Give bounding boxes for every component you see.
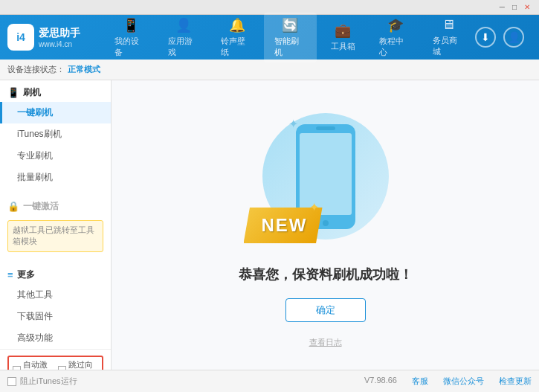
phone-illustration: NEW ✦ ✦ ✦ <box>251 102 400 251</box>
customer-service-link[interactable]: 客服 <box>412 376 428 387</box>
connection-status: 正常模式 <box>68 64 100 75</box>
footer-left: 阻止iTunes运行 <box>7 376 77 387</box>
lock-icon: 🔒 <box>7 201 19 212</box>
logo-icon: i4 <box>7 24 34 51</box>
itunes-label: 阻止iTunes运行 <box>20 376 77 387</box>
download-button[interactable]: ⬇ <box>475 27 496 48</box>
svg-rect-1 <box>300 133 352 215</box>
footer: 阻止iTunes运行 V7.98.66 客服 微信公众号 检查更新 <box>0 370 539 392</box>
star-icon: ✦ <box>309 200 319 214</box>
auto-guide-checkbox[interactable]: 跳过向导 <box>58 359 99 370</box>
sidebar-bottom: 自动激活 跳过向导 📱 iPhone 15 Pro Max 512GB iPho… <box>0 349 111 370</box>
sidebar-item-advanced[interactable]: 高级功能 <box>0 327 111 349</box>
toolbox-icon: 💼 <box>335 22 351 39</box>
footer-right: V7.98.66 客服 微信公众号 检查更新 <box>364 376 532 387</box>
check-update-link[interactable]: 检查更新 <box>499 376 532 387</box>
version-label: V7.98.66 <box>364 376 397 387</box>
breadcrumb: 设备连接状态： 正常模式 <box>0 60 539 80</box>
nav-tabs: 📱 我的设备 👤 应用游戏 🔔 铃声壁纸 🔄 智能刷机 💼 工具箱 🎓 教程中心… <box>104 13 475 62</box>
ringtone-icon: 🔔 <box>229 17 245 33</box>
footer-checkbox[interactable] <box>7 377 16 386</box>
main-layout: 📱 刷机 一键刷机 iTunes刷机 专业刷机 批量刷机 🔒 一键激活 越狱工具… <box>0 80 539 370</box>
nav-tab-service[interactable]: 🖥 务员商城 <box>422 13 476 62</box>
app-icon: 👤 <box>175 17 192 33</box>
window-close[interactable]: ✕ <box>521 1 533 13</box>
view-log-link[interactable]: 查看日志 <box>309 337 342 348</box>
sidebar-item-pro-flash[interactable]: 专业刷机 <box>0 145 111 167</box>
window-minimize[interactable]: ─ <box>497 1 508 13</box>
sidebar-section-more: ≡ 更多 <box>0 263 111 284</box>
nav-tab-app-game[interactable]: 👤 应用游戏 <box>158 13 211 62</box>
service-icon: 🖥 <box>442 17 455 33</box>
device-icon: 📱 <box>123 17 139 33</box>
activation-notice: 越狱工具已跳转至工具箱模块 <box>7 220 103 252</box>
sidebar-section-activation: 🔒 一键激活 <box>0 194 111 216</box>
flash-icon: 🔄 <box>282 17 298 33</box>
checkbox-icon-2 <box>58 366 66 370</box>
svg-point-3 <box>323 220 329 226</box>
sidebar-item-batch-flash[interactable]: 批量刷机 <box>0 167 111 188</box>
tutorial-icon: 🎓 <box>387 17 404 33</box>
content-area: NEW ✦ ✦ ✦ 恭喜您，保资料刷机成功啦！ 确定 查看日志 <box>112 80 539 370</box>
nav-tab-smart-flash[interactable]: 🔄 智能刷机 <box>264 13 317 62</box>
confirm-button[interactable]: 确定 <box>285 298 366 322</box>
sidebar: 📱 刷机 一键刷机 iTunes刷机 专业刷机 批量刷机 🔒 一键激活 越狱工具… <box>0 80 112 370</box>
nav-tab-my-device[interactable]: 📱 我的设备 <box>104 13 158 62</box>
user-button[interactable]: 👤 <box>503 27 524 48</box>
new-banner: NEW ✦ <box>244 208 323 243</box>
success-area: NEW ✦ ✦ ✦ 恭喜您，保资料刷机成功啦！ 确定 查看日志 <box>239 102 413 348</box>
header: i4 爱思助手 www.i4.cn 📱 我的设备 👤 应用游戏 🔔 铃声壁纸 🔄… <box>0 15 539 60</box>
more-icon: ≡ <box>7 269 13 280</box>
checkbox-icon <box>13 366 21 370</box>
header-right: ⬇ 👤 <box>475 27 532 48</box>
svg-rect-2 <box>316 126 335 130</box>
nav-tab-ringtone[interactable]: 🔔 铃声壁纸 <box>210 13 264 62</box>
sidebar-item-download-firmware[interactable]: 下载固件 <box>0 306 111 327</box>
sidebar-item-other-tools[interactable]: 其他工具 <box>0 284 111 306</box>
auto-options: 自动激活 跳过向导 <box>7 356 103 370</box>
sidebar-item-itunes-flash[interactable]: iTunes刷机 <box>0 123 111 145</box>
wechat-link[interactable]: 微信公众号 <box>443 376 484 387</box>
logo-area: i4 爱思助手 www.i4.cn <box>7 24 104 51</box>
nav-tab-tutorial[interactable]: 🎓 教程中心 <box>369 13 422 62</box>
flash-section-icon: 📱 <box>7 87 19 98</box>
nav-tab-toolbox[interactable]: 💼 工具箱 <box>317 13 369 62</box>
sidebar-item-one-click-flash[interactable]: 一键刷机 <box>0 102 111 123</box>
auto-activate-checkbox[interactable]: 自动激活 <box>13 359 54 370</box>
success-message: 恭喜您，保资料刷机成功啦！ <box>239 266 413 283</box>
window-maximize[interactable]: □ <box>509 1 520 13</box>
logo-text: 爱思助手 www.i4.cn <box>39 27 80 48</box>
sidebar-section-flash: 📱 刷机 <box>0 80 111 102</box>
